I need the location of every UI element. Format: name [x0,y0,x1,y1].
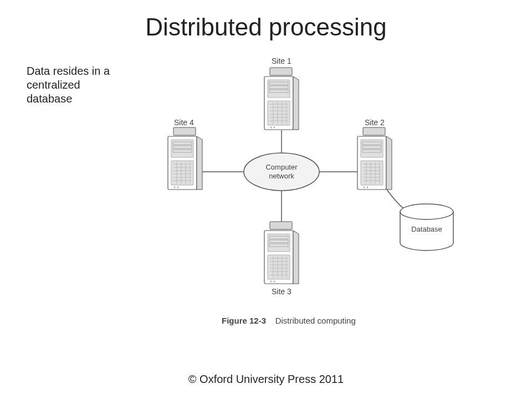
label-site-3: Site 3 [272,287,291,296]
slide-note: Data resides in a centralized database [27,64,121,106]
server-site-1 [264,68,299,130]
server-site-4 [168,127,202,190]
figure-caption: Figure 12-3 Distributed computing [222,316,356,325]
figure-number: Figure 12-3 [222,316,266,325]
hub-label-line2: network [269,172,294,180]
server-site-3 [264,222,299,284]
label-site-2: Site 2 [365,118,385,127]
label-site-4: Site 4 [174,118,194,127]
label-site-1: Site 1 [272,57,291,65]
diagram-svg: Computer network [139,55,471,344]
slide-footer: © Oxford University Press 2011 [0,373,532,386]
diagram: Computer network [139,55,471,344]
database-label: Database [411,225,442,233]
figure-caption-text: Distributed computing [275,316,356,325]
slide: Distributed processing Data resides in a… [0,0,532,399]
slide-title: Distributed processing [0,13,532,41]
server-site-2 [357,127,392,190]
database-icon: Database [400,204,453,250]
hub-label-line1: Computer [265,163,298,171]
